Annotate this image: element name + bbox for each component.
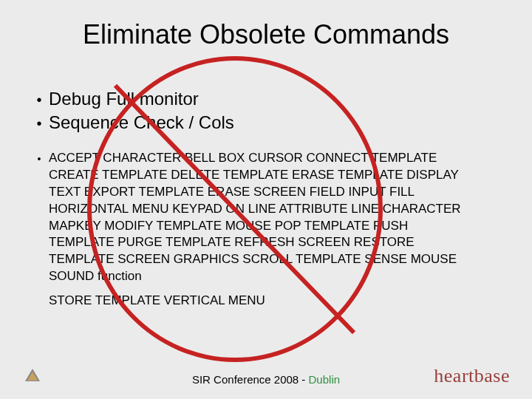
page-title: Eliminate Obsolete Commands [0, 0, 532, 50]
obsolete-commands-text-2: STORE TEMPLATE VERTICAL MENU [49, 293, 470, 310]
footer-location: Dublin [309, 373, 341, 386]
list-item-label: Sequence Check / Cols [49, 111, 234, 134]
footer-conference: SIR Conference 2008 - [192, 373, 309, 386]
bullet-list: • Debug Full monitor • Sequence Check / … [30, 87, 502, 310]
list-item-label: ACCEPT CHARACTER BELL BOX CURSOR CONNECT… [49, 150, 470, 310]
list-item: • ACCEPT CHARACTER BELL BOX CURSOR CONNE… [30, 150, 502, 310]
list-item: • Debug Full monitor [30, 87, 502, 111]
footer: SIR Conference 2008 - Dublin heartbase [0, 364, 532, 399]
list-item: • Sequence Check / Cols [30, 111, 502, 134]
footer-brand: heartbase [434, 365, 510, 387]
footer-text: SIR Conference 2008 - Dublin [192, 373, 340, 386]
bullet-dot-icon: • [30, 150, 49, 166]
list-item-label: Debug Full monitor [49, 87, 199, 111]
bullet-dot-icon: • [30, 87, 49, 110]
logo-icon [25, 368, 40, 383]
obsolete-commands-text: ACCEPT CHARACTER BELL BOX CURSOR CONNECT… [49, 151, 461, 284]
bullet-dot-icon: • [30, 111, 49, 134]
